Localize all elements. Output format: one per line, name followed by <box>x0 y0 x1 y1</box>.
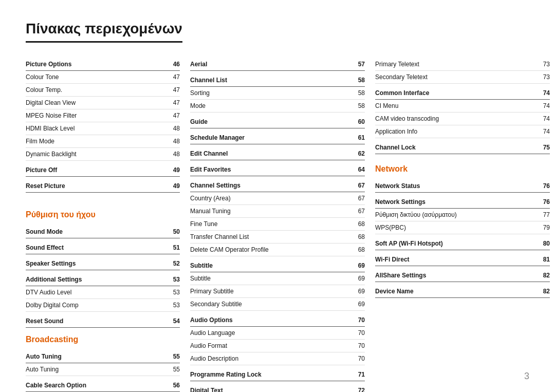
toc-label: DTV Audio Level <box>26 288 168 297</box>
toc-number: 50 <box>168 227 180 236</box>
toc-number: 47 <box>168 111 180 120</box>
toc-label: Common Interface <box>375 88 538 98</box>
toc-row: Auto Tuning55 <box>26 363 180 376</box>
toc-label: Primary Subtitle <box>190 287 353 296</box>
toc-label: Audio Description <box>190 354 353 363</box>
toc-number: 49 <box>168 165 180 175</box>
toc-label: Edit Channel <box>190 149 353 158</box>
toc-row: Audio Format70 <box>190 340 365 352</box>
toc-row: Picture Options46 <box>26 58 180 71</box>
toc-label: Picture Options <box>26 60 168 69</box>
toc-label: HDMI Black Level <box>26 124 168 133</box>
toc-label: Channel List <box>190 76 353 85</box>
page-title: Πίνακας περιεχομένων <box>26 21 182 43</box>
toc-row: Aerial57 <box>190 58 365 71</box>
toc-row: DTV Audio Level53 <box>26 286 180 299</box>
toc-number: 76 <box>538 197 550 207</box>
toc-label: Programme Rating Lock <box>190 370 353 379</box>
toc-row: Audio Options70 <box>190 314 365 327</box>
toc-label: Audio Language <box>190 328 353 338</box>
toc-label: Channel Settings <box>190 181 353 190</box>
toc-number: 52 <box>168 259 180 268</box>
toc-label: Sorting <box>190 88 353 98</box>
toc-row: Primary Subtitle69 <box>190 285 365 298</box>
toc-row: Audio Description70 <box>190 352 365 365</box>
toc-label: Subtitle <box>190 274 353 283</box>
toc-row: Ρύθμιση δικτύου (ασύρματου)77 <box>375 209 550 221</box>
toc-number: 76 <box>538 181 550 191</box>
toc-row: Subtitle69 <box>190 259 365 272</box>
toc-label: Application Info <box>375 127 538 136</box>
toc-label: Digital Clean View <box>26 98 168 107</box>
toc-number: 74 <box>538 88 550 98</box>
picture-options-section: Picture Options46Colour Tone47Colour Tem… <box>26 58 180 193</box>
toc-number: 55 <box>168 365 180 374</box>
toc-row: Network Status76 <box>375 180 550 193</box>
toc-row: Transfer Channel List68 <box>190 231 365 244</box>
toc-label: Film Mode <box>26 137 168 146</box>
toc-row: Cable Search Option56 <box>26 379 180 392</box>
network-section-title: Network <box>375 164 550 174</box>
column-1: Picture Options46Colour Tone47Colour Tem… <box>26 58 180 392</box>
toc-label: Audio Options <box>190 315 353 325</box>
toc-label: Manual Tuning <box>190 207 353 216</box>
toc-row: Common Interface74 <box>375 87 550 100</box>
toc-row: HDMI Black Level48 <box>26 122 180 135</box>
toc-label: Fine Tune <box>190 219 353 229</box>
toc-row: Film Mode48 <box>26 135 180 148</box>
toc-label: Ρύθμιση δικτύου (ασύρματου) <box>375 210 538 219</box>
toc-row: Device Name82 <box>375 285 550 298</box>
toc-number: 74 <box>538 101 550 110</box>
toc-number: 54 <box>168 316 180 326</box>
toc-row: AllShare Settings82 <box>375 269 550 282</box>
content-grid: Picture Options46Colour Tone47Colour Tem… <box>26 58 529 392</box>
toc-label: Aerial <box>190 60 353 69</box>
toc-row: Picture Off49 <box>26 164 180 177</box>
toc-number: 51 <box>168 243 180 252</box>
toc-row: Manual Tuning67 <box>190 205 365 218</box>
toc-row: Reset Picture49 <box>26 180 180 193</box>
toc-number: 62 <box>353 149 365 158</box>
toc-number: 70 <box>353 315 365 325</box>
toc-number: 75 <box>538 143 550 152</box>
toc-row: Delete CAM Operator Profile68 <box>190 244 365 256</box>
toc-row: CI Menu74 <box>375 100 550 113</box>
column-2: Aerial57Channel List58Sorting58Mode58Gui… <box>190 58 365 392</box>
toc-number: 67 <box>353 207 365 216</box>
network-section: Network Status76Network Settings76Ρύθμισ… <box>375 180 550 298</box>
toc-row: Sound Effect51 <box>26 241 180 254</box>
col3-top-section: Primary Teletext73Secondary Teletext73Co… <box>375 58 550 154</box>
toc-row: WPS(PBC)79 <box>375 221 550 234</box>
toc-row: Audio Language70 <box>190 327 365 340</box>
toc-row: Channel Lock75 <box>375 141 550 154</box>
toc-number: 69 <box>353 287 365 296</box>
toc-number: 73 <box>538 72 550 82</box>
toc-label: WPS(PBC) <box>375 223 538 232</box>
toc-row: Subtitle69 <box>190 272 365 285</box>
toc-number: 58 <box>353 88 365 98</box>
toc-number: 67 <box>353 194 365 203</box>
toc-row: MPEG Noise Filter47 <box>26 109 180 122</box>
toc-row: Soft AP (Wi-Fi Hotspot)80 <box>375 237 550 250</box>
toc-label: Reset Sound <box>26 316 168 326</box>
toc-row: Edit Channel62 <box>190 147 365 160</box>
toc-label: Sound Effect <box>26 243 168 252</box>
toc-row: Network Settings76 <box>375 196 550 209</box>
toc-label: MPEG Noise Filter <box>26 111 168 120</box>
toc-number: 47 <box>168 98 180 107</box>
sound-section-title: Ρύθμιση του ήχου <box>26 210 180 219</box>
toc-number: 68 <box>353 232 365 241</box>
toc-label: Schedule Manager <box>190 133 353 142</box>
toc-row: Sound Mode50 <box>26 226 180 238</box>
toc-row: Mode58 <box>190 100 365 113</box>
toc-label: Network Settings <box>375 197 538 207</box>
toc-label: Auto Tuning <box>26 365 168 374</box>
toc-number: 69 <box>353 300 365 309</box>
broadcasting-title: Broadcasting <box>26 335 180 344</box>
toc-label: Cable Search Option <box>26 381 168 390</box>
toc-number: 72 <box>353 386 365 392</box>
toc-number: 53 <box>168 288 180 297</box>
toc-label: Edit Favorites <box>190 165 353 174</box>
toc-label: Digital Text <box>190 386 353 392</box>
toc-label: Network Status <box>375 181 538 191</box>
